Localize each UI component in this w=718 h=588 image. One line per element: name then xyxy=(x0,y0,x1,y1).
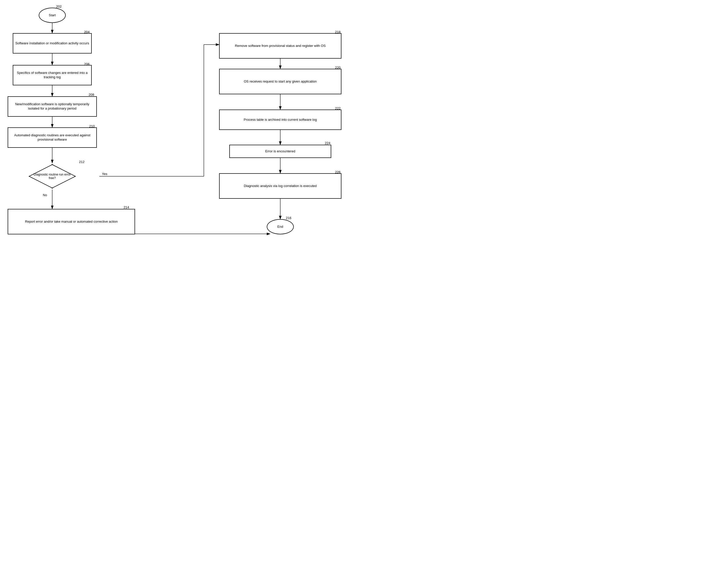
ref-202: 202 xyxy=(56,5,62,8)
ref-208: 208 xyxy=(89,93,94,97)
end-label: End xyxy=(277,225,283,229)
node-224: Error is encountered xyxy=(229,145,331,158)
node-214: Report error and/or take manual or autom… xyxy=(8,209,135,234)
node-204-label: Software installation or modification ac… xyxy=(15,41,89,46)
node-210: Automated diagnostic routines are execut… xyxy=(8,127,97,148)
node-206-label: Specifics of software changes are entere… xyxy=(15,71,89,80)
ref-226: 226 xyxy=(335,170,341,174)
node-208: New/modification software is optionally … xyxy=(8,96,97,117)
node-218-label: Remove software from provisional status … xyxy=(235,44,325,48)
ref-220: 220 xyxy=(335,66,341,69)
node-226: Diagnostic analysis via log correlation … xyxy=(219,173,341,199)
node-206: Specifics of software changes are entere… xyxy=(13,65,92,85)
node-222: Process table is archived into current s… xyxy=(219,109,341,130)
ref-206: 206 xyxy=(84,62,90,66)
node-210-label: Automated diagnostic routines are execut… xyxy=(10,133,94,142)
node-220: OS receives request to start any given a… xyxy=(219,69,341,94)
node-220-label: OS receives request to start any given a… xyxy=(244,80,317,84)
ref-222: 222 xyxy=(335,106,341,110)
end-node: End xyxy=(267,219,294,234)
node-226-label: Diagnostic analysis via log correlation … xyxy=(244,184,317,188)
ref-218: 218 xyxy=(335,30,341,34)
ref-214: 214 xyxy=(124,205,129,209)
node-212-diamond: Diagnostic routine run error free? xyxy=(28,164,76,189)
ref-210: 210 xyxy=(89,124,95,128)
node-218: Remove software from provisional status … xyxy=(219,33,341,59)
ref-216: 216 xyxy=(286,216,292,220)
node-204: Software installation or modification ac… xyxy=(13,33,92,54)
yes-label: Yes xyxy=(102,172,107,176)
no-label: No xyxy=(43,193,47,197)
node-208-label: New/modification software is optionally … xyxy=(10,102,94,111)
start-node: Start xyxy=(39,8,66,23)
node-214-label: Report error and/or take manual or autom… xyxy=(25,219,118,224)
node-222-label: Process table is archived into current s… xyxy=(244,118,317,122)
ref-212: 212 xyxy=(79,160,85,164)
ref-204: 204 xyxy=(84,30,90,34)
start-label: Start xyxy=(49,13,56,18)
ref-224: 224 xyxy=(325,141,331,145)
node-212-label: Diagnostic routine run error free? xyxy=(34,173,71,180)
flowchart-diagram: Start 202 Software installation or modif… xyxy=(0,0,359,294)
node-224-label: Error is encountered xyxy=(265,149,295,154)
